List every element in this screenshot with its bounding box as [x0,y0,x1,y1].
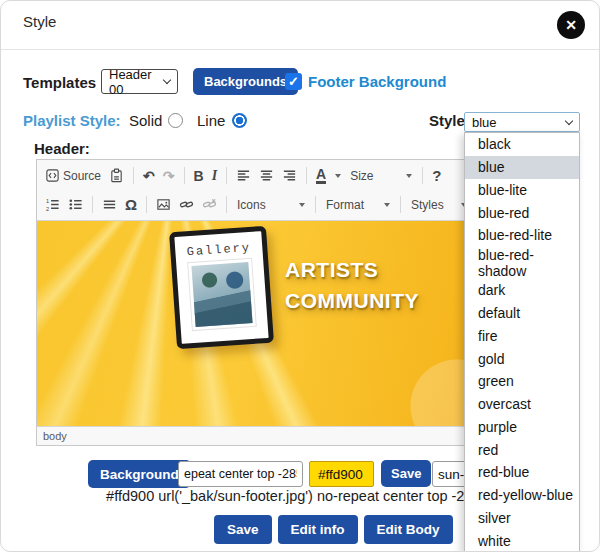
close-button[interactable]: ✕ [557,11,585,39]
style-dropdown-option[interactable]: blue-lite [465,179,579,202]
edit-info-button[interactable]: Edit info [278,515,358,544]
toolbar-separator [226,196,227,213]
align-center-button[interactable] [255,166,278,185]
templates-label: Templates [23,74,96,91]
link-button[interactable] [175,195,198,214]
toolbar-separator [92,196,93,213]
style-dropdown-option[interactable]: overcast [465,393,579,416]
caret-down-icon [335,174,341,178]
toolbar-separator [146,196,147,213]
heading-line-2: COMMUNITY [285,285,419,316]
style-dropdown-option[interactable]: green [465,370,579,393]
caret-down-icon [384,203,390,207]
style-select[interactable]: blue [464,112,580,132]
edit-body-button[interactable]: Edit Body [364,515,453,544]
italic-button[interactable]: I [208,166,221,186]
image-button[interactable] [152,195,175,214]
align-left-button[interactable] [232,166,255,185]
image-icon [156,197,171,212]
paste-icon [109,168,124,183]
style-select-label: Style [429,112,465,129]
toolbar-separator [133,167,134,184]
numbered-list-icon: 12 [45,197,60,212]
style-dropdown-option[interactable]: dark [465,279,579,302]
unlink-button[interactable] [198,195,221,214]
bold-button[interactable]: B [190,166,208,186]
header-banner-heading: ARTISTS COMMUNITY [285,254,419,316]
format-dropdown[interactable]: Format [321,196,395,214]
horizontal-rule-button[interactable] [98,195,121,214]
templates-select[interactable]: Header 00 [101,69,178,94]
text-color-icon: A [316,168,326,184]
undo-button[interactable]: ↶ [139,166,159,186]
toolbar-separator [306,167,307,184]
text-color-button[interactable]: A [312,166,345,186]
style-dropdown-option[interactable]: blue-red-lite [465,224,579,247]
bullet-list-button[interactable] [64,195,87,214]
style-dropdown-option[interactable]: silver [465,506,579,529]
bullet-list-icon [68,197,83,212]
gallery-photo [191,262,252,327]
element-path-body[interactable]: body [43,430,67,442]
backgrounds-button[interactable]: Backgrounds [193,68,298,95]
background-color-input[interactable] [309,461,374,487]
background-save-button[interactable]: Save [381,460,431,487]
icons-dropdown[interactable]: Icons [232,196,310,214]
style-dropdown-option[interactable]: red-blue [465,461,579,484]
svg-text:1: 1 [46,198,49,204]
style-modal: Style ✕ Templates Header 00 Backgrounds … [0,0,600,552]
style-dropdown-option[interactable]: blue [465,156,579,179]
gallery-frame-title: Gallery [175,240,263,260]
modal-title: Style [23,13,56,30]
toolbar-separator [184,167,185,184]
horizontal-rule-icon [102,197,117,212]
style-dropdown-option[interactable]: black [465,133,579,156]
toolbar-separator [400,196,401,213]
source-icon [45,168,60,183]
playlist-style-label: Playlist Style: [23,112,121,129]
style-dropdown-option[interactable]: gold [465,347,579,370]
caret-down-icon [299,203,305,207]
redo-button[interactable]: ↷ [159,166,179,186]
header-divider [1,49,599,50]
line-radio-label: Line [197,112,225,129]
toolbar-separator [422,167,423,184]
templates-select-value: Header 00 [109,67,164,97]
styles-dropdown[interactable]: Styles [406,196,472,214]
heading-line-1: ARTISTS [285,254,419,285]
align-right-icon [282,168,297,183]
check-icon: ✓ [288,74,299,89]
special-char-button[interactable]: Ω [121,194,141,215]
footer-background-checkbox[interactable]: ✓ [285,73,302,90]
paste-button[interactable] [105,166,128,185]
line-radio[interactable] [232,113,247,128]
chevron-down-icon [163,76,171,84]
style-dropdown-list: blackblueblue-liteblue-redblue-red-liteb… [464,132,580,552]
solid-radio[interactable] [168,113,183,128]
close-icon: ✕ [565,17,577,33]
help-button[interactable]: ? [428,165,445,186]
style-dropdown-option[interactable]: default [465,302,579,325]
align-center-icon [259,168,274,183]
style-dropdown-option[interactable]: purple [465,415,579,438]
background-position-input[interactable] [178,461,303,487]
style-dropdown-option[interactable]: white [465,529,579,552]
save-button[interactable]: Save [214,515,272,544]
chevron-down-icon [565,116,573,124]
size-dropdown[interactable]: Size [345,167,417,185]
numbered-list-button[interactable]: 12 [41,195,64,214]
style-dropdown-option[interactable]: blue-red [465,201,579,224]
redo-icon: ↷ [163,168,175,184]
style-dropdown-option[interactable]: fire [465,324,579,347]
gallery-frame-image: Gallery [169,226,274,349]
style-dropdown-option[interactable]: red [465,438,579,461]
style-dropdown-option[interactable]: blue-red-shadow [465,247,579,279]
link-icon [179,197,194,212]
background-button[interactable]: Background [88,460,191,488]
align-right-button[interactable] [278,166,301,185]
source-button[interactable]: Source [41,166,105,185]
style-dropdown-option[interactable]: red-yellow-blue [465,484,579,507]
footer-background-label: Footer Background [308,73,446,90]
style-select-value: blue [472,115,497,130]
solid-radio-label: Solid [129,112,162,129]
